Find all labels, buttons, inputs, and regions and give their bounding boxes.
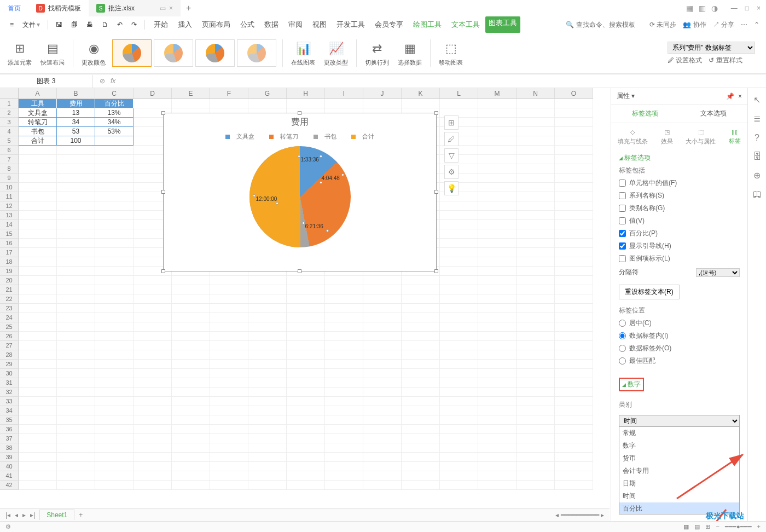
cell[interactable] — [57, 164, 95, 174]
cell[interactable] — [478, 285, 517, 294]
cell[interactable] — [57, 155, 95, 164]
cell[interactable] — [363, 332, 402, 341]
cell[interactable]: 书包 — [19, 127, 57, 136]
cell[interactable] — [134, 434, 172, 443]
cell[interactable] — [19, 462, 57, 471]
cell[interactable] — [95, 350, 134, 360]
cell[interactable] — [555, 378, 593, 388]
cell[interactable] — [402, 462, 440, 471]
cell[interactable] — [19, 350, 57, 360]
name-box[interactable]: 图表 3 — [0, 75, 93, 88]
cell[interactable] — [325, 415, 363, 425]
cell[interactable] — [363, 285, 402, 294]
cell[interactable] — [134, 99, 172, 108]
cell[interactable] — [172, 415, 210, 425]
cell[interactable] — [402, 294, 440, 304]
col-H[interactable]: H — [287, 88, 325, 99]
cell[interactable] — [440, 229, 478, 239]
cell[interactable] — [287, 481, 325, 490]
cell[interactable]: 文具盒 — [19, 108, 57, 118]
cell[interactable] — [517, 332, 555, 341]
cell[interactable] — [363, 397, 402, 406]
cell[interactable] — [134, 481, 172, 490]
row-hdr[interactable]: 9 — [0, 174, 19, 183]
menutab-review[interactable]: 审阅 — [284, 16, 307, 33]
cell[interactable] — [95, 183, 134, 192]
cell[interactable] — [248, 378, 287, 388]
label-d[interactable]: 12:00:00 — [255, 195, 278, 203]
cell[interactable] — [287, 388, 325, 397]
style-1[interactable] — [112, 39, 152, 67]
cell[interactable] — [517, 294, 555, 304]
cell[interactable] — [478, 294, 517, 304]
cell[interactable] — [134, 453, 172, 462]
cell[interactable] — [555, 481, 593, 490]
row-hdr[interactable]: 8 — [0, 164, 19, 174]
row-hdr[interactable]: 22 — [0, 294, 19, 304]
collab-button[interactable]: 👥 协作 — [683, 20, 706, 30]
cell[interactable] — [478, 415, 517, 425]
col-D[interactable]: D — [134, 88, 172, 99]
cell[interactable] — [287, 406, 325, 415]
select-data[interactable]: ▦选择数据 — [396, 40, 424, 67]
cell[interactable] — [440, 481, 478, 490]
ricon-label[interactable]: ⫿⫿标签 — [729, 129, 741, 146]
cell[interactable] — [440, 415, 478, 425]
cell[interactable] — [517, 220, 555, 229]
cell[interactable] — [478, 164, 517, 174]
cell[interactable] — [210, 322, 248, 332]
cell[interactable] — [134, 350, 172, 360]
col-I[interactable]: I — [325, 88, 363, 99]
col-C[interactable]: C — [95, 88, 134, 99]
search-input[interactable] — [576, 21, 642, 28]
cat-option[interactable]: 常规 — [619, 427, 739, 440]
cell[interactable] — [478, 397, 517, 406]
row-hdr[interactable]: 28 — [0, 350, 19, 360]
style-3[interactable] — [195, 39, 235, 67]
cell[interactable] — [287, 341, 325, 350]
cell[interactable] — [517, 369, 555, 378]
cell[interactable] — [248, 481, 287, 490]
cell[interactable] — [363, 369, 402, 378]
cell[interactable] — [440, 388, 478, 397]
zoom-in-icon[interactable]: + — [757, 523, 761, 530]
category-select[interactable]: 时间 — [619, 415, 740, 427]
cell[interactable] — [402, 425, 440, 434]
cell[interactable]: 34% — [95, 118, 134, 127]
cell[interactable] — [555, 276, 593, 285]
row-hdr[interactable]: 35 — [0, 415, 19, 425]
cell[interactable] — [172, 313, 210, 322]
label-c[interactable]: 6:21:36 — [304, 223, 324, 230]
cell[interactable] — [210, 360, 248, 369]
cell[interactable] — [363, 294, 402, 304]
cell[interactable] — [57, 192, 95, 201]
cell[interactable] — [95, 406, 134, 415]
cell[interactable]: 百分比 — [95, 99, 134, 108]
preview-icon[interactable]: 🗋 — [98, 19, 112, 31]
rail-cursor-icon[interactable]: ↖ — [753, 95, 761, 105]
menutab-start[interactable]: 开始 — [149, 16, 172, 33]
redo-icon[interactable]: ↷ — [128, 19, 140, 31]
cell[interactable] — [325, 369, 363, 378]
cell[interactable] — [57, 350, 95, 360]
cell[interactable] — [478, 192, 517, 201]
row-hdr[interactable]: 6 — [0, 146, 19, 155]
cell[interactable] — [134, 443, 172, 453]
cell[interactable] — [402, 471, 440, 481]
cell[interactable] — [172, 462, 210, 471]
cell[interactable] — [555, 183, 593, 192]
cell[interactable] — [287, 99, 325, 108]
cell[interactable] — [478, 220, 517, 229]
sheet-last-icon[interactable]: ▸| — [30, 511, 35, 519]
cell[interactable] — [555, 369, 593, 378]
chk-percent[interactable]: 百分比(P) — [619, 229, 740, 238]
cell[interactable] — [248, 425, 287, 434]
cell[interactable] — [363, 425, 402, 434]
cell[interactable] — [402, 378, 440, 388]
close-icon[interactable]: × — [757, 4, 761, 12]
more-icon[interactable]: ⋯ — [741, 21, 747, 28]
chk-series[interactable]: 系列名称(S) — [619, 191, 740, 200]
label-a[interactable]: 1:33:36 — [300, 156, 320, 163]
rail-book-icon[interactable]: 🕮 — [753, 189, 762, 199]
cell[interactable] — [95, 146, 134, 155]
